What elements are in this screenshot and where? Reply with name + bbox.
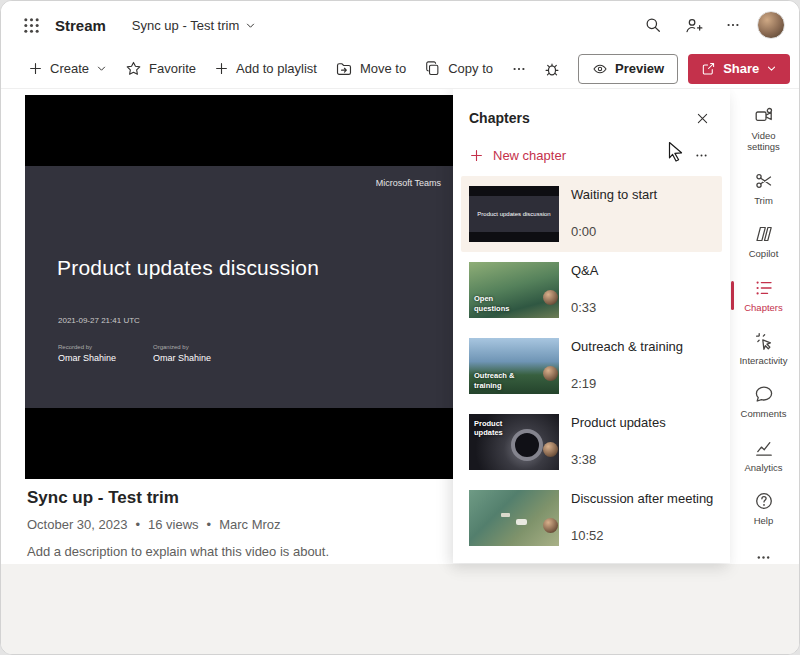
video-views: 16 views (148, 517, 199, 532)
chapter-item-qa[interactable]: Open questions Q&A 0:33 (461, 252, 722, 328)
chapter-item-discussion-after-meeting[interactable]: Discussion after meeting 10:52 (461, 480, 722, 556)
search-icon (644, 16, 662, 34)
top-bar-actions (637, 9, 785, 41)
rail-item-video-settings[interactable]: Video settings (728, 97, 799, 162)
invite-people-button[interactable] (677, 9, 709, 41)
presenter-avatar (543, 366, 558, 381)
page-background-strip (1, 564, 799, 654)
rail-item-copilot[interactable]: Copilot (728, 215, 799, 268)
app-launcher-button[interactable] (15, 9, 47, 41)
rail-item-comments[interactable]: Comments (728, 375, 799, 428)
add-to-playlist-button[interactable]: Add to playlist (205, 56, 326, 81)
header-more-button[interactable] (717, 9, 749, 41)
report-issue-button[interactable] (536, 53, 568, 85)
chapter-list: Product updates discussion Waiting to st… (453, 176, 730, 556)
chapter-text: Q&A 0:33 (571, 262, 598, 318)
right-rail: Video settings Trim Copilot Chapters (728, 89, 799, 654)
rail-label: Chapters (738, 302, 789, 313)
favorite-button[interactable]: Favorite (116, 55, 205, 82)
chapter-time: 10:52 (571, 528, 713, 543)
chapter-time: 0:33 (571, 300, 598, 315)
video-date: October 30, 2023 (27, 517, 127, 532)
share-icon (701, 61, 716, 76)
search-button[interactable] (637, 9, 669, 41)
rail-label: Copilot (743, 248, 785, 259)
copy-to-button[interactable]: Copy to (415, 55, 502, 82)
chapter-text: Product updates 3:38 (571, 414, 666, 470)
chapter-thumbnail: Product updates discussion (469, 186, 559, 242)
favorite-label: Favorite (149, 61, 196, 76)
preview-button[interactable]: Preview (578, 54, 678, 84)
toolbar-more-button[interactable] (502, 56, 536, 82)
chapters-panel: Chapters New chapter (453, 89, 730, 563)
close-icon (695, 111, 710, 126)
chapter-thumbnail: Outreach & training (469, 338, 559, 394)
close-chapters-button[interactable] (688, 104, 716, 132)
video-title-dropdown[interactable]: Sync up - Test trim (132, 18, 256, 33)
chapter-time: 3:38 (571, 452, 666, 467)
thumbnail-text: Product updates (474, 419, 530, 438)
chapter-title: Outreach & training (571, 339, 683, 354)
rail-item-help[interactable]: Help (728, 482, 799, 535)
rail-label: Trim (748, 195, 779, 206)
stream-app-window: Stream Sync up - Test trim (0, 0, 800, 655)
video-title: Sync up - Test trim (27, 488, 437, 508)
meta-separator: • (135, 517, 140, 532)
video-info: Sync up - Test trim October 30, 2023 • 1… (27, 488, 437, 559)
video-player[interactable]: Microsoft Teams Product updates discussi… (25, 95, 453, 479)
chapter-title: Discussion after meeting (571, 491, 713, 506)
recorded-by: Recorded by Omar Shahine (58, 344, 116, 363)
video-description-placeholder[interactable]: Add a description to explain what this v… (27, 544, 437, 559)
share-button[interactable]: Share (688, 54, 790, 84)
move-to-label: Move to (360, 61, 406, 76)
video-meta: October 30, 2023 • 16 views • Marc Mroz (27, 517, 437, 532)
recorded-by-name: Omar Shahine (58, 353, 116, 363)
rail-item-trim[interactable]: Trim (728, 162, 799, 215)
eye-icon (592, 61, 608, 77)
create-label: Create (50, 61, 89, 76)
rail-label: Analytics (738, 462, 788, 473)
new-chapter-button[interactable]: New chapter (469, 148, 566, 163)
create-button[interactable]: Create (19, 56, 116, 81)
user-avatar[interactable] (757, 11, 785, 39)
copilot-icon (754, 224, 774, 244)
move-to-button[interactable]: Move to (326, 55, 415, 83)
thumbnail-text: Outreach & training (474, 371, 530, 390)
chapter-title: Q&A (571, 263, 598, 278)
video-author[interactable]: Marc Mroz (219, 517, 280, 532)
preview-label: Preview (615, 61, 664, 76)
organized-by-name: Omar Shahine (153, 353, 211, 363)
chapter-item-waiting-to-start[interactable]: Product updates discussion Waiting to st… (461, 176, 722, 252)
chapter-time: 2:19 (571, 376, 683, 391)
chapters-icon (754, 278, 774, 298)
meta-separator: • (207, 517, 212, 532)
platform-watermark: Microsoft Teams (376, 178, 441, 188)
rail-more-button[interactable] (728, 540, 799, 575)
rail-item-interactivity[interactable]: Interactivity (728, 322, 799, 375)
thumbnail-text: Product updates discussion (477, 210, 550, 219)
more-horizontal-icon (725, 17, 741, 33)
chapter-item-outreach-training[interactable]: Outreach & training Outreach & training … (461, 328, 722, 404)
app-title: Stream (55, 17, 106, 34)
chapter-title: Waiting to start (571, 187, 657, 202)
command-bar-right: Preview Share (536, 53, 790, 85)
chapters-panel-title: Chapters (469, 110, 530, 126)
video-title-dropdown-label: Sync up - Test trim (132, 18, 239, 33)
chapter-item-product-updates[interactable]: Product updates Product updates 3:38 (461, 404, 722, 480)
rail-label: Interactivity (733, 355, 793, 366)
copy-to-label: Copy to (448, 61, 493, 76)
rail-item-analytics[interactable]: Analytics (728, 429, 799, 482)
star-icon (125, 60, 142, 77)
chapter-text: Waiting to start 0:00 (571, 186, 657, 242)
slide-title: Product updates discussion (57, 256, 319, 280)
more-horizontal-icon (755, 549, 772, 566)
new-chapter-row: New chapter (453, 138, 730, 176)
help-icon (754, 491, 774, 511)
chapter-title: Product updates (571, 415, 666, 430)
chapters-more-button[interactable] (688, 144, 714, 166)
share-label: Share (723, 61, 759, 76)
chapter-text: Outreach & training 2:19 (571, 338, 683, 394)
chapters-panel-header: Chapters (453, 89, 730, 138)
rail-item-chapters[interactable]: Chapters (728, 269, 799, 322)
command-bar: Create Favorite Add to playlist Move to (1, 49, 799, 89)
